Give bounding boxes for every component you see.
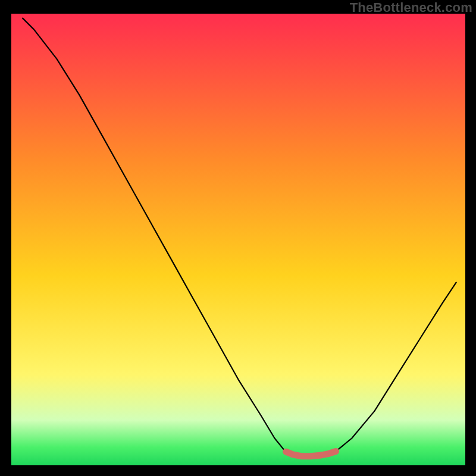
chart-stage: TheBottleneck.com bbox=[0, 0, 476, 476]
gradient-plot-area bbox=[11, 14, 465, 465]
watermark-text: TheBottleneck.com bbox=[350, 0, 472, 15]
bottleneck-curve-chart bbox=[0, 0, 476, 476]
